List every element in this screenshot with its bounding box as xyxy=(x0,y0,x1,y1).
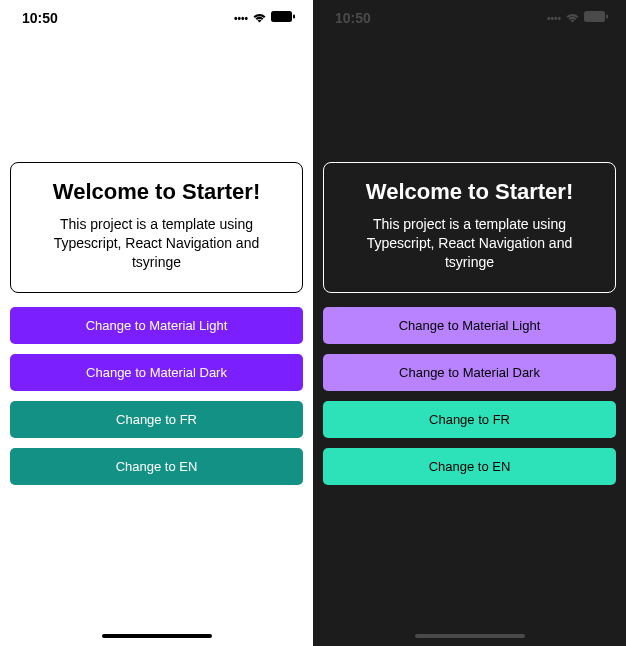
change-material-dark-button[interactable]: Change to Material Dark xyxy=(323,354,616,391)
card-description: This project is a template using Typescr… xyxy=(29,215,284,272)
svg-rect-1 xyxy=(293,15,295,19)
button-group: Change to Material Light Change to Mater… xyxy=(323,307,616,485)
svg-rect-0 xyxy=(271,11,292,22)
svg-rect-3 xyxy=(606,15,608,19)
battery-icon xyxy=(584,10,608,26)
welcome-card: Welcome to Starter! This project is a te… xyxy=(10,162,303,293)
status-time: 10:50 xyxy=(335,10,371,26)
change-lang-fr-button[interactable]: Change to FR xyxy=(10,401,303,438)
phone-light-theme: 10:50 •••• Welcome to Starter! This proj… xyxy=(0,0,313,646)
phone-dark-theme: 10:50 •••• Welcome to Starter! This proj… xyxy=(313,0,626,646)
status-bar: 10:50 •••• xyxy=(0,0,313,32)
wifi-icon xyxy=(565,10,580,26)
status-right: •••• xyxy=(234,10,295,26)
content-area: Welcome to Starter! This project is a te… xyxy=(313,32,626,646)
change-lang-fr-button[interactable]: Change to FR xyxy=(323,401,616,438)
change-lang-en-button[interactable]: Change to EN xyxy=(323,448,616,485)
signal-icon: •••• xyxy=(547,13,561,24)
welcome-card: Welcome to Starter! This project is a te… xyxy=(323,162,616,293)
home-indicator[interactable] xyxy=(415,634,525,638)
button-group: Change to Material Light Change to Mater… xyxy=(10,307,303,485)
card-title: Welcome to Starter! xyxy=(29,179,284,205)
home-indicator[interactable] xyxy=(102,634,212,638)
card-description: This project is a template using Typescr… xyxy=(342,215,597,272)
status-right: •••• xyxy=(547,10,608,26)
svg-rect-2 xyxy=(584,11,605,22)
change-material-light-button[interactable]: Change to Material Light xyxy=(323,307,616,344)
content-area: Welcome to Starter! This project is a te… xyxy=(0,32,313,646)
change-material-light-button[interactable]: Change to Material Light xyxy=(10,307,303,344)
status-time: 10:50 xyxy=(22,10,58,26)
change-lang-en-button[interactable]: Change to EN xyxy=(10,448,303,485)
card-title: Welcome to Starter! xyxy=(342,179,597,205)
change-material-dark-button[interactable]: Change to Material Dark xyxy=(10,354,303,391)
wifi-icon xyxy=(252,10,267,26)
status-bar: 10:50 •••• xyxy=(313,0,626,32)
signal-icon: •••• xyxy=(234,13,248,24)
battery-icon xyxy=(271,10,295,26)
